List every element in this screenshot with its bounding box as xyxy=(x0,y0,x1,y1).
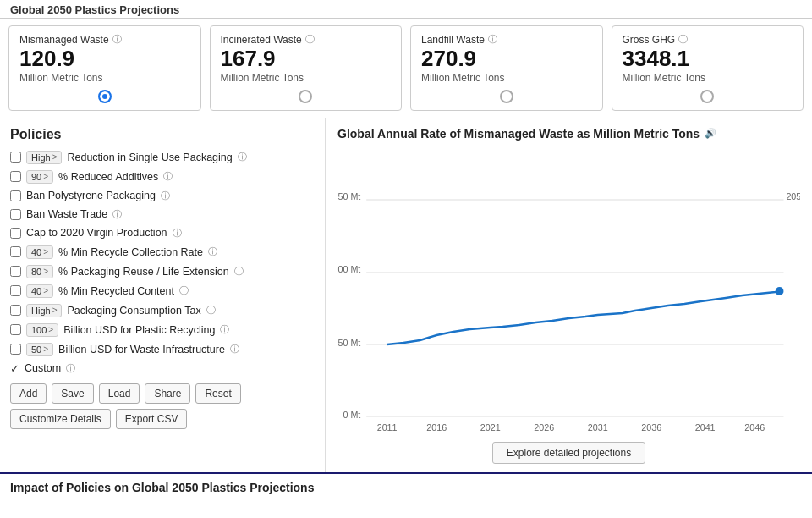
metric-label-incinerated: Incinerated Waste ⓘ xyxy=(221,33,392,46)
policy-checkbox-cap-virgin[interactable] xyxy=(10,228,21,239)
radio-circle-ghg[interactable] xyxy=(700,90,714,103)
chart-title: Global Annual Rate of Mismanaged Waste a… xyxy=(337,127,800,141)
metric-radio-ghg[interactable] xyxy=(623,89,793,103)
main-section: Policies High > Reduction in Single Use … xyxy=(0,118,812,472)
metric-value-incinerated: 167.9 xyxy=(221,46,392,72)
policy-info-icon-recycling-funding: ⓘ xyxy=(220,323,229,336)
load-button[interactable]: Load xyxy=(99,383,140,404)
metric-label-landfill: Landfill Waste ⓘ xyxy=(421,33,592,46)
policy-checkbox-waste-infra[interactable] xyxy=(10,344,21,355)
policy-badge-recycling-funding[interactable]: 100 > xyxy=(26,323,58,337)
svg-text:2011: 2011 xyxy=(377,422,398,433)
policy-info-icon-consumption-tax: ⓘ xyxy=(206,304,216,317)
metric-card-landfill[interactable]: Landfill Waste ⓘ 270.9 Million Metric To… xyxy=(410,25,603,111)
policy-badge-waste-infra[interactable]: 50 > xyxy=(26,343,53,356)
policy-checkbox-recycling-funding[interactable] xyxy=(10,324,21,335)
policies-list: High > Reduction in Single Use Packaging… xyxy=(10,151,315,356)
policy-checkbox-ban-polystyrene[interactable] xyxy=(10,190,21,201)
metric-info-icon-mismanaged: ⓘ xyxy=(112,33,122,46)
save-button[interactable]: Save xyxy=(52,383,93,404)
metric-radio-mismanaged[interactable] xyxy=(19,89,190,103)
policy-checkbox-ban-waste-trade[interactable] xyxy=(10,209,21,220)
policy-checkbox-recycle-rate[interactable] xyxy=(10,246,21,257)
svg-text:2046: 2046 xyxy=(744,422,765,433)
metric-radio-landfill[interactable] xyxy=(421,89,592,103)
metric-value-mismanaged: 120.9 xyxy=(19,46,190,72)
metric-info-icon-ghg: ⓘ xyxy=(678,33,688,46)
policy-arrow-${item.id}: > xyxy=(43,172,48,181)
svg-text:50 Mt: 50 Mt xyxy=(337,338,360,348)
policy-item-recycled-content: 40 > % Min Recycled Content ⓘ xyxy=(10,284,315,298)
metric-card-mismanaged[interactable]: Mismanaged Waste ⓘ 120.9 Million Metric … xyxy=(8,25,201,111)
metric-unit-incinerated: Million Metric Tons xyxy=(221,72,392,84)
svg-text:2021: 2021 xyxy=(480,422,501,433)
policies-panel: Policies High > Reduction in Single Use … xyxy=(0,118,326,472)
share-button[interactable]: Share xyxy=(145,383,190,404)
svg-text:150 Mt: 150 Mt xyxy=(337,191,360,201)
metric-label-mismanaged: Mismanaged Waste ⓘ xyxy=(19,33,190,46)
policy-info-icon-recycle-rate: ⓘ xyxy=(208,245,217,258)
chart-panel: Global Annual Rate of Mismanaged Waste a… xyxy=(326,118,812,472)
policy-info-icon-recycled-content: ⓘ xyxy=(179,284,189,297)
policy-checkbox-recycled-content[interactable] xyxy=(10,285,21,296)
svg-text:100 Mt: 100 Mt xyxy=(337,264,360,274)
metric-info-icon-landfill: ⓘ xyxy=(488,33,497,46)
radio-circle-landfill[interactable] xyxy=(500,90,513,103)
policy-badge-single-use[interactable]: High > xyxy=(26,151,62,164)
customize-details-button[interactable]: Customize Details xyxy=(10,409,111,429)
policy-item-waste-infra: 50 > Billion USD for Waste Infrastructur… xyxy=(10,343,315,356)
chart-info-icon: 🔊 xyxy=(705,128,716,139)
policy-label-recycle-rate: % Min Recycle Collection Rate xyxy=(58,246,203,258)
metric-info-icon-incinerated: ⓘ xyxy=(305,33,315,46)
policy-checkbox-single-use[interactable] xyxy=(10,152,21,163)
custom-info-icon: ⓘ xyxy=(66,362,75,375)
policy-badge-reuse[interactable]: 80 > xyxy=(26,265,53,278)
metrics-row: Mismanaged Waste ⓘ 120.9 Million Metric … xyxy=(0,19,812,118)
custom-label: Custom xyxy=(25,362,61,374)
policy-arrow-${item.id}: > xyxy=(48,325,53,334)
policy-checkbox-consumption-tax[interactable] xyxy=(10,305,21,316)
policy-item-ban-waste-trade: Ban Waste Trade ⓘ xyxy=(10,208,315,221)
policy-info-icon-cap-virgin: ⓘ xyxy=(173,227,182,240)
metric-value-ghg: 3348.1 xyxy=(623,46,793,72)
reset-button[interactable]: Reset xyxy=(195,383,240,404)
footer-title: Impact of Policies on Global 2050 Plasti… xyxy=(0,472,812,501)
metric-unit-mismanaged: Million Metric Tons xyxy=(19,72,190,84)
export-csv-button[interactable]: Export CSV xyxy=(116,409,188,429)
policy-label-ban-polystyrene: Ban Polystyrene Packaging xyxy=(26,190,156,201)
policy-arrow-${item.id}: > xyxy=(43,267,48,276)
policy-label-waste-infra: Billion USD for Waste Infrastructure xyxy=(58,344,225,355)
policy-badge-consumption-tax[interactable]: High > xyxy=(26,304,62,317)
policy-info-icon-waste-infra: ⓘ xyxy=(230,343,239,355)
policy-item-recycle-rate: 40 > % Min Recycle Collection Rate ⓘ xyxy=(10,245,315,259)
policies-footer: Add Save Load Share Reset Customize Deta… xyxy=(10,383,315,429)
metric-card-ghg[interactable]: Gross GHG ⓘ 3348.1 Million Metric Tons xyxy=(612,25,804,111)
metric-card-incinerated[interactable]: Incinerated Waste ⓘ 167.9 Million Metric… xyxy=(210,25,403,111)
add-button[interactable]: Add xyxy=(10,383,47,404)
policy-badge-reduced-additives[interactable]: 90 > xyxy=(26,170,53,184)
policy-checkbox-reuse[interactable] xyxy=(10,266,21,277)
chart-title-text: Global Annual Rate of Mismanaged Waste a… xyxy=(337,127,700,141)
policy-arrow-${item.id}: > xyxy=(43,247,48,256)
radio-circle-mismanaged[interactable] xyxy=(98,90,112,103)
policy-badge-recycled-content[interactable]: 40 > xyxy=(26,284,53,298)
metric-value-landfill: 270.9 xyxy=(421,46,592,72)
policy-item-ban-polystyrene: Ban Polystyrene Packaging ⓘ xyxy=(10,190,315,202)
svg-text:2026: 2026 xyxy=(534,422,554,433)
policy-label-recycling-funding: Billion USD for Plastic Recycling xyxy=(63,324,215,336)
policy-item-reduced-additives: 90 > % Reduced Additives ⓘ xyxy=(10,170,315,184)
policy-info-icon-ban-polystyrene: ⓘ xyxy=(161,190,170,202)
svg-text:2036: 2036 xyxy=(641,422,661,433)
chart-svg: 0 Mt 50 Mt 100 Mt 150 Mt 2011 2016 2021 … xyxy=(337,147,800,435)
custom-item: ✓ Custom ⓘ xyxy=(10,362,315,375)
metric-unit-ghg: Million Metric Tons xyxy=(623,72,793,84)
metric-radio-incinerated[interactable] xyxy=(221,89,392,103)
policy-arrow-${item.id}: > xyxy=(43,344,48,354)
radio-circle-incinerated[interactable] xyxy=(299,90,312,103)
policy-arrow-${item.id}: > xyxy=(43,286,48,295)
custom-checkmark: ✓ xyxy=(10,362,19,375)
details-buttons-row: Customize Details Export CSV xyxy=(10,409,315,429)
explore-projections-button[interactable]: Explore detailed projections xyxy=(492,442,645,464)
policy-checkbox-reduced-additives[interactable] xyxy=(10,171,21,182)
policy-badge-recycle-rate[interactable]: 40 > xyxy=(26,245,53,259)
